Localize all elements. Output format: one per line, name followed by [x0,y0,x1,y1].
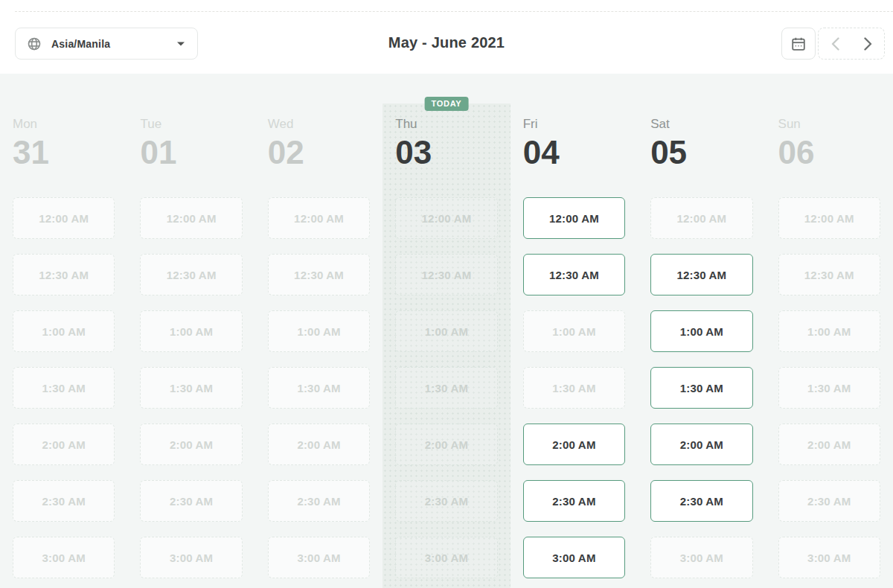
top-bar: Asia/Manila May - June 2021 [0,0,893,74]
day-number: 05 [650,135,752,170]
time-slot: 2:00 AM [395,424,497,465]
time-slot: 12:00 AM [140,197,242,239]
slots: 12:00 AM12:30 AM1:00 AM1:30 AM2:00 AM2:3… [140,197,242,578]
day-number: 02 [268,135,370,170]
day-number: 06 [778,135,880,170]
time-slot: 2:30 AM [778,480,880,522]
day-number: 03 [395,135,497,170]
day-name: Sun [778,117,880,132]
day-name: Wed [268,117,370,132]
time-slot: 3:00 AM [13,537,115,578]
chevron-left-icon [831,37,839,51]
time-slot[interactable]: 12:30 AM [650,254,752,295]
time-slot: 12:30 AM [778,254,880,295]
day-column-wed: Wed 02 12:00 AM12:30 AM1:00 AM1:30 AM2:0… [255,103,383,588]
day-column-thu: TODAY Thu 03 12:00 AM12:30 AM1:00 AM1:30… [383,103,510,588]
time-slot: 12:00 AM [778,197,880,239]
day-column-mon: Mon 31 12:00 AM12:30 AM1:00 AM1:30 AM2:0… [0,103,127,588]
time-slot[interactable]: 1:00 AM [650,310,752,352]
slots: 12:00 AM12:30 AM1:00 AM1:30 AM2:00 AM2:3… [778,197,880,578]
time-slot: 2:30 AM [268,480,370,522]
time-slot: 3:00 AM [395,537,497,578]
calendar-picker-button[interactable] [781,28,816,60]
time-slot: 1:00 AM [523,310,625,352]
date-range-title: May - June 2021 [0,34,893,51]
time-slot: 12:30 AM [140,254,242,295]
time-slot: 1:00 AM [778,310,880,352]
day-number: 31 [13,135,115,170]
calendar-icon [790,36,807,52]
time-slot: 1:00 AM [13,310,115,352]
day-name: Tue [140,117,242,132]
time-slot: 1:30 AM [523,367,625,409]
time-slot[interactable]: 12:00 AM [523,197,625,239]
day-name: Mon [13,117,115,132]
slots: 12:00 AM12:30 AM1:00 AM1:30 AM2:00 AM2:3… [268,197,370,578]
time-slot: 1:00 AM [268,310,370,352]
today-badge: TODAY [425,97,469,111]
next-week-button[interactable] [851,28,884,59]
day-name: Fri [523,117,625,132]
day-name: Sat [650,117,752,132]
time-slot: 3:00 AM [650,537,752,578]
time-slot: 12:00 AM [268,197,370,239]
slots: 12:00 AM12:30 AM1:00 AM1:30 AM2:00 AM2:3… [650,197,752,578]
chevron-right-icon [864,37,872,51]
time-slot[interactable]: 12:30 AM [523,254,625,295]
time-slot[interactable]: 1:30 AM [650,367,752,409]
time-slot: 2:00 AM [13,424,115,465]
day-column-sat: Sat 05 12:00 AM12:30 AM1:00 AM1:30 AM2:0… [638,103,765,588]
slots: 12:00 AM12:30 AM1:00 AM1:30 AM2:00 AM2:3… [13,197,115,578]
time-slot: 12:30 AM [268,254,370,295]
time-slot: 12:00 AM [395,197,497,239]
time-slot[interactable]: 2:00 AM [650,424,752,465]
time-slot: 2:30 AM [395,480,497,522]
day-number: 04 [523,135,625,170]
board: Mon 31 12:00 AM12:30 AM1:00 AM1:30 AM2:0… [0,103,893,588]
time-slot[interactable]: 2:00 AM [523,424,625,465]
prev-week-button [819,28,851,59]
time-slot: 3:00 AM [268,537,370,578]
time-slot: 1:30 AM [268,367,370,409]
day-name: Thu [395,117,497,132]
time-slot: 1:30 AM [778,367,880,409]
slots: 12:00 AM12:30 AM1:00 AM1:30 AM2:00 AM2:3… [395,197,497,578]
time-slot: 2:00 AM [140,424,242,465]
time-slot: 1:30 AM [140,367,242,409]
time-slot: 2:00 AM [268,424,370,465]
time-slot: 12:00 AM [13,197,115,239]
time-slot: 3:00 AM [140,537,242,578]
time-slot: 1:00 AM [140,310,242,352]
time-slot: 12:30 AM [395,254,497,295]
time-slot: 2:30 AM [140,480,242,522]
time-slot[interactable]: 3:00 AM [523,537,625,578]
time-slot[interactable]: 2:30 AM [523,480,625,522]
time-slot: 12:00 AM [650,197,752,239]
nav-controls [781,28,885,60]
time-slot: 1:30 AM [395,367,497,409]
time-slot: 1:30 AM [13,367,115,409]
day-column-fri: Fri 04 12:00 AM12:30 AM1:00 AM1:30 AM2:0… [510,103,638,588]
time-slot: 12:30 AM [13,254,115,295]
time-slot: 2:00 AM [778,424,880,465]
day-number: 01 [140,135,242,170]
day-column-sun: Sun 06 12:00 AM12:30 AM1:00 AM1:30 AM2:0… [766,103,893,588]
day-column-tue: Tue 01 12:00 AM12:30 AM1:00 AM1:30 AM2:0… [127,103,255,588]
week-nav-group [818,28,885,60]
time-slot: 3:00 AM [778,537,880,578]
slots: 12:00 AM12:30 AM1:00 AM1:30 AM2:00 AM2:3… [523,197,625,578]
time-slot: 1:00 AM [395,310,497,352]
time-slot[interactable]: 2:30 AM [650,480,752,522]
time-slot: 2:30 AM [13,480,115,522]
